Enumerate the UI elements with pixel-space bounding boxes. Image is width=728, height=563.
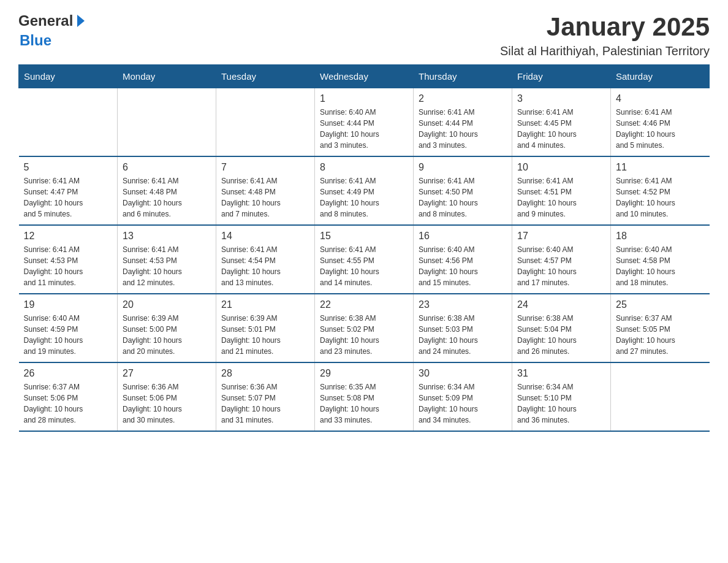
logo-triangle-icon (77, 15, 85, 27)
day-info: Sunrise: 6:41 AMSunset: 4:53 PMDaylight:… (24, 244, 113, 288)
calendar-cell: 11Sunrise: 6:41 AMSunset: 4:52 PMDayligh… (611, 156, 710, 225)
day-number: 21 (221, 299, 309, 310)
day-number: 24 (517, 299, 605, 310)
calendar-cell: 20Sunrise: 6:39 AMSunset: 5:00 PMDayligh… (118, 294, 216, 362)
calendar-cell: 13Sunrise: 6:41 AMSunset: 4:53 PMDayligh… (118, 225, 216, 294)
calendar-cell: 16Sunrise: 6:40 AMSunset: 4:56 PMDayligh… (414, 225, 512, 294)
calendar-week-3: 12Sunrise: 6:41 AMSunset: 4:53 PMDayligh… (19, 225, 710, 294)
day-number: 20 (123, 299, 211, 310)
day-info: Sunrise: 6:34 AMSunset: 5:10 PMDaylight:… (517, 381, 605, 426)
day-number: 19 (24, 299, 113, 310)
day-number: 27 (123, 368, 211, 379)
calendar-cell: 21Sunrise: 6:39 AMSunset: 5:01 PMDayligh… (216, 294, 315, 362)
day-number: 9 (419, 162, 507, 173)
day-info: Sunrise: 6:41 AMSunset: 4:53 PMDaylight:… (123, 244, 211, 288)
day-info: Sunrise: 6:41 AMSunset: 4:50 PMDaylight:… (419, 175, 507, 220)
calendar-cell: 28Sunrise: 6:36 AMSunset: 5:07 PMDayligh… (216, 362, 315, 431)
day-info: Sunrise: 6:41 AMSunset: 4:45 PMDaylight:… (517, 107, 605, 151)
calendar-cell: 24Sunrise: 6:38 AMSunset: 5:04 PMDayligh… (512, 294, 611, 362)
weekday-header-wednesday: Wednesday (315, 65, 414, 88)
day-number: 30 (419, 368, 507, 379)
weekday-header-thursday: Thursday (414, 65, 512, 88)
day-number: 14 (221, 231, 309, 242)
day-info: Sunrise: 6:40 AMSunset: 4:56 PMDaylight:… (419, 244, 507, 288)
weekday-header-saturday: Saturday (611, 65, 710, 88)
calendar-cell: 18Sunrise: 6:40 AMSunset: 4:58 PMDayligh… (611, 225, 710, 294)
calendar-cell: 15Sunrise: 6:41 AMSunset: 4:55 PMDayligh… (315, 225, 414, 294)
calendar-cell: 26Sunrise: 6:37 AMSunset: 5:06 PMDayligh… (19, 362, 118, 431)
day-number: 26 (24, 368, 113, 379)
day-info: Sunrise: 6:40 AMSunset: 4:58 PMDaylight:… (616, 244, 705, 288)
logo-text-general: General (18, 12, 73, 29)
calendar-week-4: 19Sunrise: 6:40 AMSunset: 4:59 PMDayligh… (19, 294, 710, 362)
calendar-cell: 29Sunrise: 6:35 AMSunset: 5:08 PMDayligh… (315, 362, 414, 431)
calendar-cell: 14Sunrise: 6:41 AMSunset: 4:54 PMDayligh… (216, 225, 315, 294)
title-block: January 2025 Silat al Harithiyah, Palest… (500, 12, 710, 58)
day-number: 4 (616, 93, 705, 104)
calendar-cell: 7Sunrise: 6:41 AMSunset: 4:48 PMDaylight… (216, 156, 315, 225)
day-info: Sunrise: 6:41 AMSunset: 4:48 PMDaylight:… (221, 175, 309, 220)
day-info: Sunrise: 6:34 AMSunset: 5:09 PMDaylight:… (419, 381, 507, 426)
day-info: Sunrise: 6:40 AMSunset: 4:57 PMDaylight:… (517, 244, 605, 288)
calendar-cell: 9Sunrise: 6:41 AMSunset: 4:50 PMDaylight… (414, 156, 512, 225)
weekday-header-friday: Friday (512, 65, 611, 88)
day-info: Sunrise: 6:41 AMSunset: 4:47 PMDaylight:… (24, 175, 113, 220)
day-info: Sunrise: 6:40 AMSunset: 4:44 PMDaylight:… (320, 107, 408, 151)
day-number: 7 (221, 162, 309, 173)
calendar-week-1: 1Sunrise: 6:40 AMSunset: 4:44 PMDaylight… (19, 88, 710, 157)
day-info: Sunrise: 6:38 AMSunset: 5:03 PMDaylight:… (419, 313, 507, 357)
weekday-header-tuesday: Tuesday (216, 65, 315, 88)
logo-text-blue: Blue (18, 32, 124, 49)
weekday-header-row: SundayMondayTuesdayWednesdayThursdayFrid… (19, 65, 710, 88)
day-number: 29 (320, 368, 408, 379)
day-number: 8 (320, 162, 408, 173)
day-info: Sunrise: 6:41 AMSunset: 4:55 PMDaylight:… (320, 244, 408, 288)
day-number: 18 (616, 231, 705, 242)
day-number: 3 (517, 93, 605, 104)
day-info: Sunrise: 6:41 AMSunset: 4:46 PMDaylight:… (616, 107, 705, 151)
calendar-cell (19, 88, 118, 157)
logo: General Blue (18, 12, 124, 49)
calendar-cell: 25Sunrise: 6:37 AMSunset: 5:05 PMDayligh… (611, 294, 710, 362)
day-number: 28 (221, 368, 309, 379)
calendar-table: SundayMondayTuesdayWednesdayThursdayFrid… (18, 64, 710, 432)
day-info: Sunrise: 6:36 AMSunset: 5:06 PMDaylight:… (123, 381, 211, 426)
day-number: 15 (320, 231, 408, 242)
calendar-cell: 17Sunrise: 6:40 AMSunset: 4:57 PMDayligh… (512, 225, 611, 294)
calendar-week-2: 5Sunrise: 6:41 AMSunset: 4:47 PMDaylight… (19, 156, 710, 225)
calendar-cell: 3Sunrise: 6:41 AMSunset: 4:45 PMDaylight… (512, 88, 611, 157)
day-number: 23 (419, 299, 507, 310)
day-number: 22 (320, 299, 408, 310)
day-number: 11 (616, 162, 705, 173)
calendar-cell: 23Sunrise: 6:38 AMSunset: 5:03 PMDayligh… (414, 294, 512, 362)
calendar-cell: 1Sunrise: 6:40 AMSunset: 4:44 PMDaylight… (315, 88, 414, 157)
weekday-header-monday: Monday (118, 65, 216, 88)
calendar-cell: 27Sunrise: 6:36 AMSunset: 5:06 PMDayligh… (118, 362, 216, 431)
calendar-cell: 10Sunrise: 6:41 AMSunset: 4:51 PMDayligh… (512, 156, 611, 225)
day-info: Sunrise: 6:41 AMSunset: 4:44 PMDaylight:… (419, 107, 507, 151)
calendar-cell: 31Sunrise: 6:34 AMSunset: 5:10 PMDayligh… (512, 362, 611, 431)
day-info: Sunrise: 6:35 AMSunset: 5:08 PMDaylight:… (320, 381, 408, 426)
calendar-body: 1Sunrise: 6:40 AMSunset: 4:44 PMDaylight… (19, 88, 710, 432)
day-number: 1 (320, 93, 408, 104)
page-subtitle: Silat al Harithiyah, Palestinian Territo… (500, 44, 710, 58)
day-info: Sunrise: 6:38 AMSunset: 5:02 PMDaylight:… (320, 313, 408, 357)
day-number: 16 (419, 231, 507, 242)
day-info: Sunrise: 6:41 AMSunset: 4:49 PMDaylight:… (320, 175, 408, 220)
calendar-cell: 30Sunrise: 6:34 AMSunset: 5:09 PMDayligh… (414, 362, 512, 431)
day-info: Sunrise: 6:41 AMSunset: 4:48 PMDaylight:… (123, 175, 211, 220)
day-number: 6 (123, 162, 211, 173)
calendar-cell: 8Sunrise: 6:41 AMSunset: 4:49 PMDaylight… (315, 156, 414, 225)
day-info: Sunrise: 6:39 AMSunset: 5:00 PMDaylight:… (123, 313, 211, 357)
day-number: 5 (24, 162, 113, 173)
calendar-cell: 5Sunrise: 6:41 AMSunset: 4:47 PMDaylight… (19, 156, 118, 225)
weekday-header-sunday: Sunday (19, 65, 118, 88)
day-number: 12 (24, 231, 113, 242)
day-info: Sunrise: 6:41 AMSunset: 4:51 PMDaylight:… (517, 175, 605, 220)
day-info: Sunrise: 6:36 AMSunset: 5:07 PMDaylight:… (221, 381, 309, 426)
calendar-cell: 4Sunrise: 6:41 AMSunset: 4:46 PMDaylight… (611, 88, 710, 157)
day-info: Sunrise: 6:37 AMSunset: 5:06 PMDaylight:… (24, 381, 113, 426)
page-header: General Blue January 2025 Silat al Harit… (18, 12, 710, 58)
calendar-cell: 19Sunrise: 6:40 AMSunset: 4:59 PMDayligh… (19, 294, 118, 362)
day-number: 10 (517, 162, 605, 173)
